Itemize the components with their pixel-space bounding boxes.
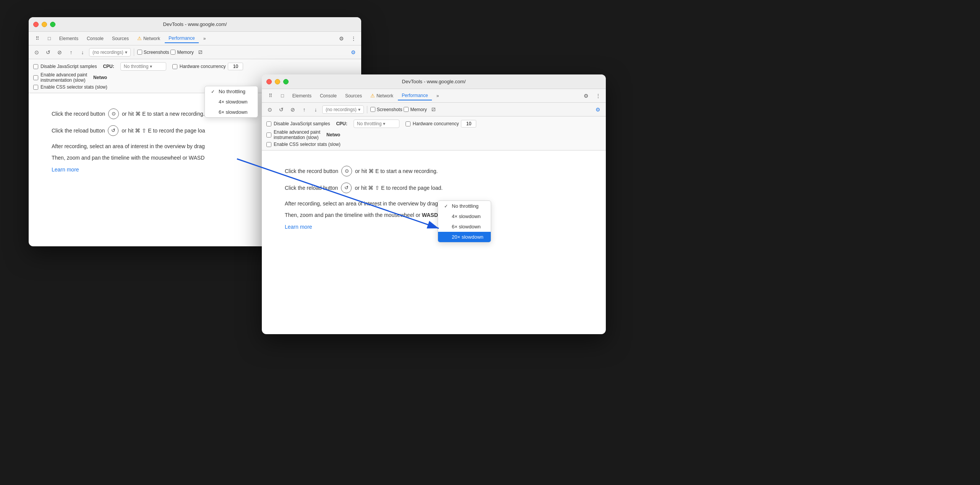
upload-btn-2[interactable]: ↑ [299, 105, 309, 115]
tab-console-2[interactable]: Console [316, 92, 341, 100]
cpu-dropdown-menu-1: ✓ No throttling 4× slowdown 6× slowdown [204, 86, 258, 118]
reload-btn-2[interactable]: ↺ [276, 105, 286, 115]
tab-bar-2: ⠿ □ Elements Console Sources ⚠ Network P… [262, 89, 606, 103]
settings-gear-1[interactable]: ⚙ [348, 47, 358, 57]
record-text-1: Click the record button [52, 110, 105, 118]
tab-network-1[interactable]: ⚠ Network [133, 34, 164, 43]
reload-inline-btn-2: ↺ [341, 183, 352, 193]
css-selector-option-2[interactable]: Enable CSS selector stats (slow) [266, 142, 341, 147]
memory-checkbox-1[interactable]: Memory [170, 50, 193, 55]
disable-js-option-1[interactable]: Disable JavaScript samples [33, 64, 97, 69]
tab-inspector-1[interactable]: ⠿ [32, 34, 43, 43]
tab-inspector-2[interactable]: ⠿ [265, 91, 276, 100]
maximize-button-1[interactable] [50, 22, 55, 27]
tab-performance-2[interactable]: Performance [398, 91, 432, 100]
learn-more-link-2[interactable]: Learn more [285, 224, 312, 230]
tab-device-2[interactable]: □ [277, 91, 288, 100]
tab-sources-2[interactable]: Sources [341, 92, 366, 100]
toolbar-sep-2 [367, 106, 367, 113]
download-btn-2[interactable]: ↓ [311, 105, 321, 115]
recordings-label-2: (no recordings) [326, 107, 357, 112]
minimize-button-1[interactable] [42, 22, 47, 27]
hw-concurrency-1[interactable]: Hardware concurrency [172, 63, 243, 70]
record-text-2: Click the record button [285, 167, 338, 175]
settings-icon-1[interactable]: ⚙ [337, 34, 346, 43]
reload-inline-btn-1: ↺ [108, 125, 118, 136]
dropdown-item-20x-2[interactable]: 20× slowdown [438, 232, 491, 242]
cpu-label-2: CPU: [336, 121, 347, 126]
tab-bar-right-1: ⚙ ⋮ [337, 34, 358, 43]
cpu-dropdown-2[interactable]: No throttling ▾ [354, 120, 399, 128]
tab-sources-1[interactable]: Sources [108, 34, 133, 43]
toolbar-2: ⊙ ↺ ⊘ ↑ ↓ (no recordings) ▾ Screenshots … [262, 103, 606, 116]
cpu-value-2: No throttling [357, 121, 382, 126]
memory-checkbox-2[interactable]: Memory [404, 107, 427, 112]
close-button-2[interactable] [266, 79, 272, 84]
dropdown-arrow-1: ▾ [125, 50, 127, 55]
network-label-2: Netwo [326, 132, 340, 137]
recordings-dropdown-1[interactable]: (no recordings) ▾ [89, 48, 131, 57]
minimize-button-2[interactable] [275, 79, 280, 84]
advanced-paint-option-1[interactable]: Enable advanced paintinstrumentation (sl… [33, 72, 87, 83]
maximize-button-2[interactable] [283, 79, 289, 84]
memory-icon-1: ⚂ [195, 47, 205, 57]
cpu-dropdown-menu-2: ✓ No throttling 4× slowdown 6× slowdown … [438, 200, 491, 242]
record-btn-2[interactable]: ⊙ [265, 105, 275, 115]
checkmark-icon-1: ✓ [211, 89, 216, 94]
options-row1-1: Disable JavaScript samples CPU: No throt… [33, 62, 357, 71]
record-btn-1[interactable]: ⊙ [32, 47, 42, 57]
dropdown-item-4x-2[interactable]: 4× slowdown [438, 211, 491, 221]
cpu-dropdown-1[interactable]: No throttling ▾ [120, 62, 166, 71]
close-button-1[interactable] [33, 22, 39, 27]
more-icon-2[interactable]: ⋮ [594, 91, 603, 100]
toolbar-1: ⊙ ↺ ⊘ ↑ ↓ (no recordings) ▾ Screenshots … [29, 45, 361, 59]
paragraph1-2: After recording, select an area of inter… [285, 199, 583, 208]
settings-gear-2[interactable]: ⚙ [593, 105, 603, 115]
tab-network-2[interactable]: ⚠ Network [367, 91, 397, 100]
tab-bar-right-2: ⚙ ⋮ [581, 91, 603, 100]
dropdown-item-no-throttling-2[interactable]: ✓ No throttling [438, 201, 491, 211]
recordings-dropdown-2[interactable]: (no recordings) ▾ [322, 105, 364, 114]
recordings-label-1: (no recordings) [92, 50, 123, 55]
reload-btn-1[interactable]: ↺ [43, 47, 53, 57]
more-icon-1[interactable]: ⋮ [349, 34, 358, 43]
tab-elements-1[interactable]: Elements [55, 34, 82, 43]
clear-btn-1[interactable]: ⊘ [55, 47, 65, 57]
tab-more-2[interactable]: » [433, 92, 443, 100]
gear-icon-1[interactable]: ⚙ [348, 47, 358, 57]
dropdown-item-6x-2[interactable]: 6× slowdown [438, 221, 491, 232]
upload-btn-1[interactable]: ↑ [66, 47, 76, 57]
record-instruction-2: Click the record button ⊙ or hit ⌘ E to … [285, 166, 583, 176]
dropdown-item-no-throttling-1[interactable]: ✓ No throttling [205, 86, 258, 97]
screenshots-checkbox-1[interactable]: Screenshots [137, 50, 169, 55]
tab-bar-1: ⠿ □ Elements Console Sources ⚠ Network P… [29, 32, 361, 45]
download-btn-1[interactable]: ↓ [78, 47, 88, 57]
dropdown-item-4x-1[interactable]: 4× slowdown [205, 97, 258, 107]
memory-icon-2: ⚂ [428, 105, 438, 115]
tab-console-1[interactable]: Console [83, 34, 107, 43]
css-selector-option-1[interactable]: Enable CSS selector stats (slow) [33, 84, 107, 90]
cpu-value-1: No throttling [124, 64, 149, 69]
tab-device-1[interactable]: □ [44, 34, 55, 43]
dropdown-arrow-2: ▾ [358, 107, 360, 112]
toolbar-sep-1 [134, 48, 134, 56]
tab-performance-1[interactable]: Performance [165, 34, 199, 43]
screenshots-checkbox-2[interactable]: Screenshots [370, 107, 402, 112]
network-label-1: Netwo [93, 75, 107, 80]
record-inline-btn-1: ⊙ [108, 108, 119, 119]
dropdown-item-6x-1[interactable]: 6× slowdown [205, 107, 258, 117]
options-row1-2: Disable JavaScript samples CPU: No throt… [266, 120, 601, 128]
advanced-paint-option-2[interactable]: Enable advanced paintinstrumentation (sl… [266, 129, 320, 140]
learn-more-link-1[interactable]: Learn more [52, 167, 79, 173]
clear-btn-2[interactable]: ⊘ [288, 105, 298, 115]
titlebar-1: DevTools - www.google.com/ [29, 17, 361, 32]
paragraph2-2: Then, zoom and pan the timeline with the… [285, 211, 583, 219]
settings-icon-2[interactable]: ⚙ [581, 91, 591, 100]
disable-js-option-2[interactable]: Disable JavaScript samples [266, 121, 330, 126]
options-row2-2: Enable advanced paintinstrumentation (sl… [266, 129, 601, 140]
tab-more-1[interactable]: » [200, 34, 210, 43]
window-title-1: DevTools - www.google.com/ [163, 21, 227, 27]
gear-icon-2[interactable]: ⚙ [593, 105, 603, 115]
hw-concurrency-2[interactable]: Hardware concurrency [406, 120, 477, 128]
tab-elements-2[interactable]: Elements [289, 92, 315, 100]
